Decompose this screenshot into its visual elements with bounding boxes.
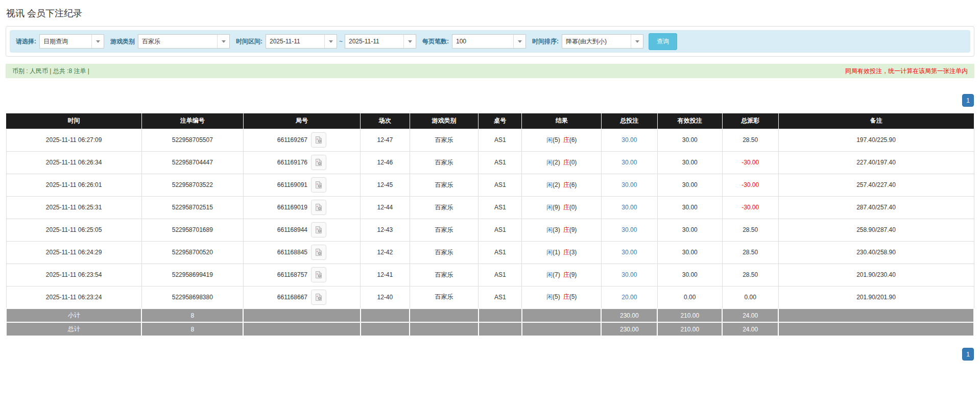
table-row: 2025-11-11 06:24:29 522958700520 6611688… [6, 241, 974, 264]
result-player-score: (9) [553, 204, 560, 211]
result-banker-score: (0) [569, 159, 577, 166]
cell-valid-bet: 30.00 [657, 174, 722, 196]
summary-cell [243, 322, 360, 336]
round-number: 661168845 [277, 249, 307, 256]
table-header-row: 时间注单编号局号场次游戏类别桌号结果总投注有效投注总派彩备注 [6, 113, 974, 129]
cell-round-id: 661168757 [243, 264, 360, 286]
total-bet-link[interactable]: 30.00 [622, 271, 637, 278]
total-bet-link[interactable]: 30.00 [622, 226, 637, 233]
cell-table-number: AS1 [479, 174, 522, 196]
round-number: 661169019 [277, 204, 307, 211]
total-bet-link[interactable]: 20.00 [622, 294, 637, 301]
total-bet-link[interactable]: 30.00 [622, 159, 637, 166]
cell-result: 闲(3)庄(9) [522, 219, 601, 241]
video-replay-icon[interactable] [311, 155, 326, 170]
cell-valid-bet: 30.00 [657, 129, 722, 151]
total-bet-link[interactable]: 30.00 [622, 181, 637, 188]
cell-round-id: 661168944 [243, 219, 360, 241]
cell-time: 2025-11-11 06:24:29 [6, 241, 141, 264]
cell-payout: 28.50 [722, 241, 778, 264]
notice-text: 同局有效投注，统一计算在该局第一张注单内 [845, 67, 968, 76]
summary-cell [410, 322, 479, 336]
chevron-down-icon[interactable] [513, 35, 525, 48]
result-player-label: 闲 [546, 271, 553, 278]
summary-cell [778, 322, 974, 336]
video-replay-icon[interactable] [311, 290, 326, 305]
date-to-select[interactable]: 2025-11-11 [345, 34, 416, 49]
cell-note: 201.90/201.90 [778, 286, 974, 308]
summary-cell [361, 322, 410, 336]
video-replay-icon[interactable] [311, 222, 326, 237]
cell-bet-id: 522958699419 [141, 264, 243, 286]
cell-total-bet: 30.00 [601, 174, 657, 196]
date-from-select[interactable]: 2025-11-11 [266, 34, 337, 49]
cell-game-type: 百家乐 [410, 286, 479, 308]
sort-order-value: 降幂(由大到小) [562, 35, 631, 48]
video-replay-icon[interactable] [311, 200, 326, 215]
page-number-button[interactable]: 1 [962, 348, 974, 361]
chevron-down-icon[interactable] [324, 35, 337, 48]
chevron-down-icon[interactable] [217, 35, 229, 48]
cell-total-bet: 30.00 [601, 264, 657, 286]
cell-game-type: 百家乐 [410, 129, 479, 151]
summary-cell: 230.00 [601, 322, 657, 336]
cell-note: 230.40/258.90 [778, 241, 974, 264]
cell-table-number: AS1 [479, 264, 522, 286]
column-header: 局号 [243, 113, 360, 129]
cell-time: 2025-11-11 06:27:09 [6, 129, 141, 151]
cell-valid-bet: 30.00 [657, 264, 722, 286]
summary-cell [243, 308, 360, 322]
cell-game-type: 百家乐 [410, 196, 479, 219]
cell-valid-bet: 30.00 [657, 196, 722, 219]
table-row: 2025-11-11 06:27:09 522958705507 6611692… [6, 129, 974, 151]
chevron-down-icon[interactable] [403, 35, 416, 48]
cell-total-bet: 20.00 [601, 286, 657, 308]
total-bet-link[interactable]: 30.00 [622, 204, 637, 211]
sort-order-select[interactable]: 降幂(由大到小) [562, 34, 643, 49]
cell-note: 201.90/230.40 [778, 264, 974, 286]
column-header: 游戏类别 [410, 113, 479, 129]
cell-game-type: 百家乐 [410, 151, 479, 174]
query-type-select[interactable]: 日期查询 [39, 34, 104, 49]
game-type-label: 游戏类别 [110, 37, 135, 46]
result-player-label: 闲 [546, 249, 553, 256]
cell-valid-bet: 30.00 [657, 241, 722, 264]
result-banker-score: (3) [569, 249, 577, 256]
summary-cell: 24.00 [722, 308, 778, 322]
cell-round-id: 661169267 [243, 129, 360, 151]
cell-session: 12-45 [361, 174, 410, 196]
summary-cell: 210.00 [657, 322, 722, 336]
game-type-select[interactable]: 百家乐 [138, 34, 230, 49]
search-button[interactable]: 查询 [649, 33, 677, 50]
page-size-select[interactable]: 100 [452, 34, 526, 49]
cell-bet-id: 522958704447 [141, 151, 243, 174]
bet-records-table: 时间注单编号局号场次游戏类别桌号结果总投注有效投注总派彩备注 2025-11-1… [6, 113, 974, 337]
cell-note: 227.40/197.40 [778, 151, 974, 174]
summary-cell: 230.00 [601, 308, 657, 322]
video-replay-icon[interactable] [311, 267, 326, 282]
cell-payout: -30.00 [722, 196, 778, 219]
result-banker-label: 庄 [563, 181, 569, 188]
cell-result: 闲(2)庄(0) [522, 151, 601, 174]
result-player-score: (2) [553, 181, 560, 188]
cell-session: 12-47 [361, 129, 410, 151]
page-number-button[interactable]: 1 [962, 94, 974, 107]
video-replay-icon[interactable] [311, 177, 326, 193]
cell-total-bet: 30.00 [601, 196, 657, 219]
result-player-label: 闲 [546, 204, 553, 211]
result-banker-score: (9) [569, 271, 577, 278]
result-banker-score: (9) [569, 226, 577, 233]
total-bet-link[interactable]: 30.00 [622, 249, 637, 256]
cell-session: 12-44 [361, 196, 410, 219]
video-replay-icon[interactable] [311, 132, 326, 148]
time-range-label: 时间区间: [236, 37, 262, 46]
chevron-down-icon[interactable] [91, 35, 104, 48]
video-replay-icon[interactable] [311, 245, 326, 260]
chevron-down-icon[interactable] [631, 35, 643, 48]
cell-note: 197.40/225.90 [778, 129, 974, 151]
page-size-label: 每页笔数: [422, 37, 449, 46]
cell-payout: 0.00 [722, 286, 778, 308]
total-bet-link[interactable]: 30.00 [622, 136, 637, 144]
cell-table-number: AS1 [479, 151, 522, 174]
cell-time: 2025-11-11 06:26:34 [6, 151, 141, 174]
